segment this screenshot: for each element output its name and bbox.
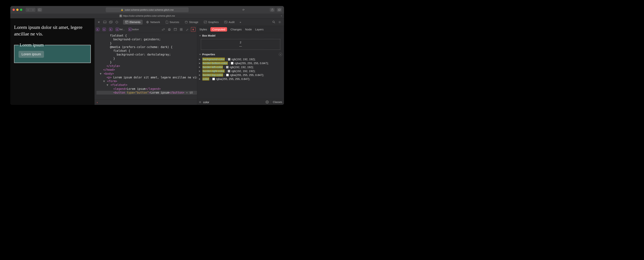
tabs-overview-button[interactable] — [277, 8, 282, 12]
safari-window: ‹ › 🔒 color-scheme-prefers-color-scheme.… — [10, 6, 284, 105]
properties-header[interactable]: ▼ Properties ≡ — [197, 52, 284, 57]
clear-filter-button[interactable]: ✕ — [266, 100, 269, 104]
svg-line-25 — [274, 23, 275, 23]
box-model-header[interactable]: ▼ Box Model — [197, 33, 284, 38]
filter-icon[interactable]: ≡ — [279, 53, 282, 56]
right-panel-tabs: Styles Computed Changes Node Layers — [197, 26, 284, 33]
minimize-window-button[interactable] — [16, 9, 18, 11]
svg-rect-4 — [278, 9, 280, 11]
svg-point-26 — [279, 22, 280, 23]
classes-button[interactable]: Classes — [271, 100, 282, 103]
browser-tabbar: C https://color-scheme-prefers-color-sch… — [10, 14, 284, 18]
filter-input[interactable] — [203, 100, 264, 104]
tab-graphics[interactable]: Graphics — [202, 20, 221, 25]
crumb-3[interactable]: Efiel… — [116, 28, 125, 31]
crumb-0[interactable]: E — [96, 28, 99, 31]
crumb-4[interactable]: Ebutton — [128, 28, 139, 31]
tab-sources[interactable]: Sources — [164, 20, 182, 25]
tab-storage[interactable]: Storage — [182, 20, 200, 25]
forward-button[interactable]: › — [30, 8, 36, 12]
property-row[interactable]: ▶border-bottom-color:rgba(255, 255, 255,… — [199, 61, 282, 65]
sidebar-toggle-button[interactable] — [37, 8, 42, 12]
svg-rect-34 — [182, 28, 182, 29]
search-button[interactable] — [271, 20, 276, 25]
svg-rect-31 — [174, 28, 176, 31]
traffic-lights — [12, 9, 22, 11]
page-paragraph: Lorem ipsum dolor sit amet, legere ancil… — [14, 24, 91, 37]
audit-icon — [224, 21, 227, 24]
console-prompt[interactable]: › — [94, 100, 197, 105]
layout-icon[interactable] — [173, 27, 178, 32]
rtab-layers[interactable]: Layers — [255, 28, 264, 31]
close-inspector-button[interactable]: ✕ — [96, 20, 101, 25]
svg-rect-35 — [180, 30, 181, 31]
computed-panel: ▼ Box Model 2 — ▼ Properties ≡ ▶backgro — [197, 33, 284, 99]
back-button[interactable]: ‹ — [26, 8, 30, 12]
rtab-node[interactable]: Node — [245, 28, 252, 31]
property-row[interactable]: ▶border-top-color:rgba(255, 255, 255, 0.… — [199, 73, 282, 77]
tab-title[interactable]: https://color-scheme-prefers-color-schem… — [123, 15, 175, 17]
share-button[interactable] — [270, 8, 275, 12]
filter-funnel-icon: ⊜ — [199, 100, 201, 103]
content-split: Lorem ipsum dolor sit amet, legere ancil… — [10, 18, 284, 105]
page-fieldset: Lorem ipsum Lorem ipsum — [14, 42, 91, 63]
ruler-icon[interactable] — [161, 27, 166, 32]
svg-point-10 — [116, 21, 118, 23]
property-row[interactable]: ▶color:rgba(255, 255, 255, 0.847); — [199, 77, 282, 81]
rendered-page: Lorem ipsum dolor sit amet, legere ancil… — [10, 18, 94, 105]
page-legend: Lorem ipsum — [18, 42, 45, 47]
titlebar: ‹ › 🔒 color-scheme-prefers-color-scheme.… — [10, 6, 284, 14]
print-icon[interactable] — [167, 27, 172, 32]
rtab-changes[interactable]: Changes — [230, 28, 242, 31]
styles-sidebar: Styles Computed Changes Node Layers ▼ Bo… — [197, 26, 284, 105]
crumb-1[interactable]: E — [102, 28, 106, 31]
network-icon — [146, 21, 149, 24]
property-row[interactable]: ▶border-left-color:rgb(192, 192, 192); — [199, 65, 282, 69]
new-tab-button[interactable]: ＋ — [280, 14, 282, 18]
reload-button[interactable]: ⟳ — [242, 8, 245, 11]
highlight-toggle[interactable]: ▮ — [191, 27, 196, 32]
svg-rect-0 — [38, 9, 41, 11]
filter-bar: ⊜ ✕ Classes — [197, 99, 284, 105]
lock-icon: 🔒 — [121, 9, 123, 11]
tab-favicon: C — [120, 15, 122, 17]
dock-side-button[interactable] — [108, 20, 113, 25]
page-button[interactable]: Lorem ipsum — [18, 51, 44, 58]
svg-point-24 — [272, 21, 274, 23]
svg-rect-5 — [279, 9, 281, 10]
tabs-overflow-button[interactable]: » — [238, 20, 243, 25]
grid-icon[interactable] — [179, 27, 184, 32]
brush-icon[interactable] — [185, 27, 190, 32]
dock-bottom-button[interactable] — [102, 20, 107, 25]
svg-rect-6 — [104, 21, 106, 23]
rtab-computed[interactable]: Computed — [210, 27, 227, 32]
property-row[interactable]: ▶background-color:rgb(192, 192, 192); — [199, 57, 282, 61]
svg-point-18 — [146, 21, 149, 23]
dom-breadcrumbs: E 〉 E 〉 E 〉 Efiel… 〉 Ebutton — [94, 26, 197, 33]
url-text: color-scheme-prefers-color-scheme.glitch… — [125, 9, 174, 11]
settings-button[interactable] — [277, 20, 282, 25]
close-window-button[interactable] — [12, 9, 15, 11]
property-row[interactable]: ▶border-right-color:rgb(192, 192, 192); — [199, 69, 282, 73]
svg-rect-15 — [126, 21, 128, 23]
svg-rect-36 — [182, 30, 182, 31]
graphics-icon — [204, 21, 207, 23]
svg-rect-27 — [162, 28, 165, 30]
dom-tree[interactable]: fieldset { background-color: gainsboro; … — [94, 33, 197, 100]
svg-point-19 — [185, 21, 188, 22]
sources-icon — [166, 21, 168, 24]
box-model-diagram[interactable]: 2 — — [201, 39, 280, 50]
elements-icon — [125, 21, 128, 23]
crumb-2[interactable]: E — [109, 28, 112, 31]
svg-rect-29 — [169, 28, 170, 29]
address-bar[interactable]: 🔒 color-scheme-prefers-color-scheme.glit… — [106, 7, 189, 12]
inspect-element-button[interactable] — [114, 20, 119, 25]
zoom-window-button[interactable] — [20, 9, 22, 11]
elements-panel: E 〉 E 〉 E 〉 Efiel… 〉 Ebutton — [94, 26, 197, 105]
rtab-styles[interactable]: Styles — [200, 28, 207, 31]
tab-network[interactable]: Network — [144, 20, 162, 25]
tab-elements[interactable]: Elements — [123, 20, 143, 25]
svg-rect-33 — [180, 28, 181, 29]
page-form: Lorem ipsum Lorem ipsum — [14, 42, 91, 63]
tab-audit[interactable]: Audit — [222, 20, 237, 25]
